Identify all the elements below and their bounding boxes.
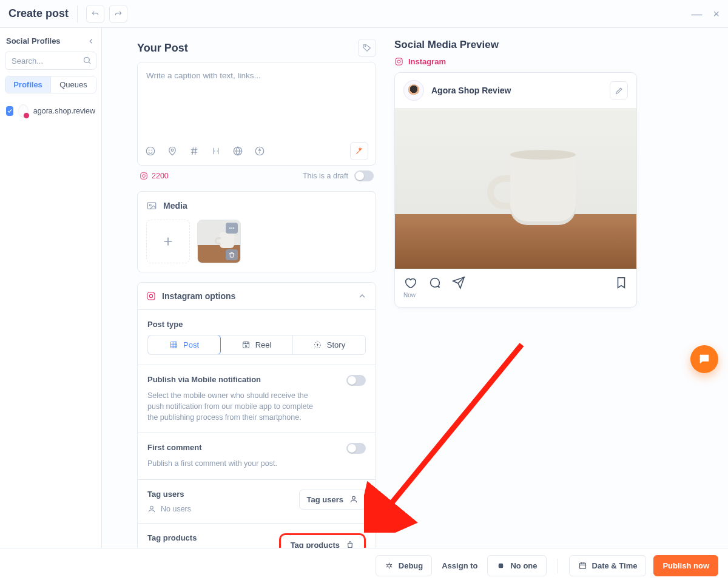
svg-rect-19 bbox=[170, 342, 177, 348]
svg-point-12 bbox=[149, 204, 151, 206]
datetime-button[interactable]: Date & Time bbox=[569, 555, 647, 576]
caption-card bbox=[137, 62, 376, 166]
svg-point-25 bbox=[397, 60, 400, 63]
svg-point-10 bbox=[146, 174, 146, 174]
profile-avatar bbox=[18, 104, 29, 118]
page-title: Create post bbox=[8, 7, 69, 20]
post-type-story[interactable]: Story bbox=[293, 335, 365, 354]
svg-point-22 bbox=[150, 506, 153, 509]
post-type-segment: Post Reel Story bbox=[147, 335, 366, 355]
instagram-options: Instagram options Post type Post Reel bbox=[137, 282, 376, 548]
hashtag-icon[interactable] bbox=[189, 146, 200, 157]
svg-point-17 bbox=[149, 294, 152, 297]
preview-account: Agora Shop Review bbox=[431, 86, 511, 95]
bookmark-icon[interactable] bbox=[615, 276, 628, 289]
sidebar: Social Profiles Profiles Queues agora.sh… bbox=[0, 28, 102, 548]
svg-point-15 bbox=[233, 227, 234, 229]
user-icon bbox=[147, 505, 156, 513]
mobile-toggle[interactable] bbox=[346, 375, 366, 386]
emoji-icon[interactable] bbox=[145, 146, 156, 157]
preview-network: Instagram bbox=[408, 57, 446, 66]
first-comment-help: Publish a first comment with your post. bbox=[147, 458, 277, 469]
tag-users-title: Tag users bbox=[147, 490, 191, 499]
svg-point-26 bbox=[400, 59, 401, 59]
divider bbox=[558, 559, 558, 573]
draft-label: This is a draft bbox=[303, 172, 348, 180]
svg-rect-29 bbox=[579, 563, 585, 568]
tag-products-title: Tag products bbox=[147, 533, 201, 542]
chevron-up-icon bbox=[357, 291, 367, 301]
ig-options-header[interactable]: Instagram options bbox=[138, 283, 376, 309]
media-section: Media bbox=[137, 191, 376, 272]
instagram-icon bbox=[394, 57, 403, 66]
ai-magic-button[interactable] bbox=[350, 142, 368, 160]
tab-queues[interactable]: Queues bbox=[51, 76, 96, 93]
tag-toggle-button[interactable] bbox=[358, 39, 376, 57]
svg-point-9 bbox=[143, 175, 146, 178]
share-icon[interactable] bbox=[452, 276, 465, 289]
publish-button[interactable]: Publish now bbox=[653, 555, 718, 576]
svg-point-13 bbox=[229, 227, 231, 229]
heart-icon[interactable] bbox=[403, 276, 417, 289]
draft-toggle[interactable] bbox=[354, 170, 374, 181]
chat-fab[interactable] bbox=[690, 345, 718, 373]
svg-point-23 bbox=[352, 496, 356, 499]
tab-profiles[interactable]: Profiles bbox=[5, 76, 51, 93]
link-template-icon[interactable] bbox=[211, 146, 221, 157]
caption-toolbar bbox=[138, 137, 376, 165]
svg-point-0 bbox=[84, 58, 90, 63]
add-media-button[interactable] bbox=[146, 220, 190, 263]
first-comment-toggle[interactable] bbox=[346, 443, 366, 454]
your-post-title: Your Post bbox=[137, 42, 188, 55]
debug-button[interactable]: Debug bbox=[376, 555, 432, 576]
chevron-left-icon[interactable] bbox=[87, 37, 95, 45]
instagram-icon bbox=[140, 172, 148, 180]
profile-row[interactable]: agora.shop.review bbox=[5, 104, 96, 118]
preview-avatar bbox=[403, 80, 424, 101]
media-title: Media bbox=[163, 201, 187, 211]
instagram-badge-icon bbox=[23, 112, 30, 119]
minimize-icon[interactable]: — bbox=[691, 8, 702, 19]
svg-point-27 bbox=[388, 564, 391, 567]
assignee-button[interactable]: No one bbox=[487, 555, 546, 576]
preview-title: Social Media Preview bbox=[394, 39, 637, 51]
tag-products-button[interactable]: Tag products bbox=[279, 533, 366, 548]
assign-label: Assign to bbox=[442, 561, 477, 570]
location-icon[interactable] bbox=[167, 146, 178, 157]
profile-name: agora.shop.review bbox=[33, 107, 95, 115]
footer: Debug Assign to No one Date & Time Publi… bbox=[0, 548, 728, 583]
preview-time: Now bbox=[395, 292, 636, 307]
ig-options-title: Instagram options bbox=[162, 291, 235, 301]
preview-image bbox=[395, 108, 636, 269]
mobile-title: Publish via Mobile notification bbox=[147, 375, 323, 384]
post-type-post[interactable]: Post bbox=[147, 335, 221, 355]
media-more-button[interactable] bbox=[226, 223, 238, 234]
pin-icon[interactable] bbox=[254, 146, 265, 157]
bag-icon bbox=[346, 541, 354, 548]
undo-button[interactable] bbox=[86, 5, 104, 23]
first-comment-title: First comment bbox=[147, 443, 277, 452]
preview-edit-button[interactable] bbox=[610, 81, 628, 99]
media-delete-button[interactable] bbox=[226, 249, 238, 260]
svg-point-5 bbox=[171, 149, 174, 152]
comment-icon[interactable] bbox=[428, 276, 441, 289]
search-icon bbox=[83, 56, 92, 65]
globe-icon[interactable] bbox=[232, 146, 243, 157]
media-icon bbox=[146, 200, 157, 211]
profile-checkbox[interactable] bbox=[6, 106, 13, 116]
close-icon[interactable]: × bbox=[713, 8, 720, 19]
svg-point-1 bbox=[365, 45, 365, 46]
svg-point-3 bbox=[149, 150, 149, 150]
svg-point-14 bbox=[231, 227, 232, 229]
caption-input[interactable] bbox=[138, 62, 376, 135]
preview-card: Agora Shop Review Now bbox=[394, 72, 637, 308]
divider bbox=[77, 5, 78, 22]
instagram-icon bbox=[146, 291, 156, 301]
post-type-label: Post type bbox=[147, 320, 366, 329]
svg-rect-8 bbox=[141, 173, 147, 180]
post-type-reel[interactable]: Reel bbox=[220, 335, 293, 354]
tag-users-button[interactable]: Tag users bbox=[299, 490, 366, 510]
redo-button[interactable] bbox=[109, 5, 127, 23]
media-thumbnail[interactable] bbox=[197, 220, 241, 263]
char-count: 2200 bbox=[152, 172, 169, 180]
